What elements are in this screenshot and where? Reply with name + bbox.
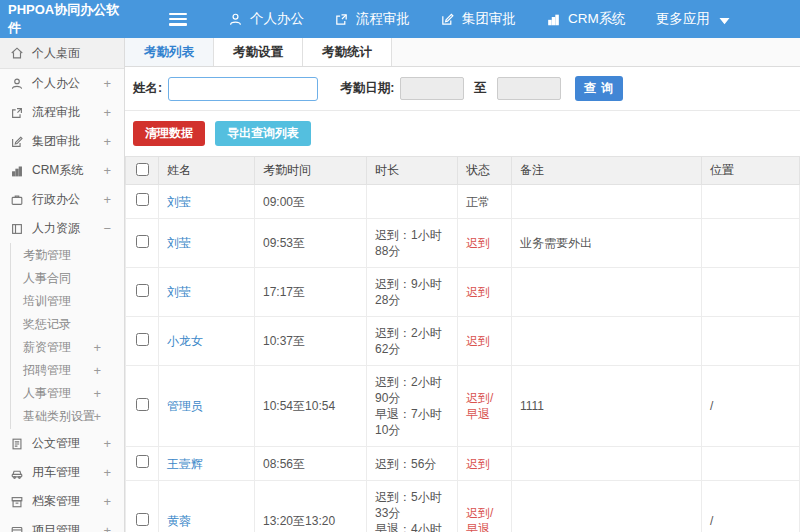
expand-toggle-icon[interactable]: + bbox=[93, 386, 101, 401]
cell-status: 迟到/早退 bbox=[458, 481, 512, 532]
cell-status: 迟到 bbox=[458, 219, 512, 268]
employee-name-link[interactable]: 黄蓉 bbox=[167, 514, 191, 528]
sidebar-item-10[interactable]: 项目管理+ bbox=[0, 516, 124, 532]
cell-attendance-time: 10:54至10:54 bbox=[255, 366, 367, 447]
date-to-input[interactable] bbox=[497, 77, 561, 100]
topnav-item-2[interactable]: 集团审批 bbox=[425, 0, 531, 38]
sidebar-item-label: 集团审批 bbox=[32, 133, 80, 150]
sidebar-item-9[interactable]: 档案管理+ bbox=[0, 487, 124, 516]
employee-name-link[interactable]: 王壹辉 bbox=[167, 457, 203, 471]
row-checkbox[interactable] bbox=[136, 333, 149, 346]
expand-toggle-icon[interactable]: + bbox=[103, 76, 111, 91]
cell-remark bbox=[512, 268, 702, 317]
cell-location bbox=[702, 185, 800, 219]
row-checkbox[interactable] bbox=[136, 455, 149, 468]
tab-bar: 考勤列表考勤设置考勤统计 bbox=[125, 38, 800, 67]
top-navigation: 个人办公流程审批集团审批CRM系统更多应用 bbox=[213, 0, 747, 38]
expand-toggle-icon[interactable]: + bbox=[93, 340, 101, 355]
expand-toggle-icon[interactable]: + bbox=[103, 523, 111, 532]
sidebar-subitem-0[interactable]: 考勤管理 bbox=[11, 244, 124, 267]
select-all-checkbox[interactable] bbox=[136, 163, 149, 176]
doc-icon bbox=[10, 437, 24, 451]
hr-icon bbox=[10, 222, 24, 236]
menu-toggle-icon[interactable] bbox=[169, 13, 187, 26]
cell-name: 小龙女 bbox=[159, 317, 255, 366]
employee-name-link[interactable]: 刘莹 bbox=[167, 285, 191, 299]
cell-location: / bbox=[702, 481, 800, 532]
employee-name-link[interactable]: 刘莹 bbox=[167, 195, 191, 209]
topbar: PHPOA协同办公软件 个人办公流程审批集团审批CRM系统更多应用 bbox=[0, 0, 800, 38]
cell-name: 管理员 bbox=[159, 366, 255, 447]
sidebar-item-7[interactable]: 公文管理+ bbox=[0, 429, 124, 458]
edit-icon bbox=[10, 135, 24, 149]
attendance-table-wrap: 姓名考勤时间时长状态备注位置 刘莹09:00至正常刘莹09:53至迟到：1小时8… bbox=[125, 156, 800, 532]
sidebar-item-6[interactable]: 人力资源− bbox=[0, 214, 124, 243]
table-row-5: 王壹辉08:56至迟到：56分迟到 bbox=[126, 447, 800, 481]
cell-checkbox bbox=[126, 185, 159, 219]
expand-toggle-icon[interactable]: + bbox=[103, 192, 111, 207]
sidebar-item-3[interactable]: 集团审批+ bbox=[0, 127, 124, 156]
cell-duration: 迟到：9小时28分 bbox=[367, 268, 458, 317]
date-from-input[interactable] bbox=[400, 77, 464, 100]
sidebar-subitem-1[interactable]: 人事合同 bbox=[11, 267, 124, 290]
search-button[interactable]: 查 询 bbox=[575, 76, 623, 101]
topnav-item-0[interactable]: 个人办公 bbox=[213, 0, 319, 38]
tab-0[interactable]: 考勤列表 bbox=[125, 38, 214, 66]
tab-1[interactable]: 考勤设置 bbox=[214, 38, 303, 66]
cell-attendance-time: 13:20至13:20 bbox=[255, 481, 367, 532]
status-badge: 迟到/早退 bbox=[466, 391, 493, 421]
sidebar-subitem-6[interactable]: 人事管理+ bbox=[11, 382, 124, 405]
sidebar-item-2[interactable]: 流程审批+ bbox=[0, 98, 124, 127]
table-header-row: 姓名考勤时间时长状态备注位置 bbox=[126, 157, 800, 185]
sidebar-item-8[interactable]: 用车管理+ bbox=[0, 458, 124, 487]
clean-data-button[interactable]: 清理数据 bbox=[133, 121, 205, 146]
sidebar-subitem-label: 培训管理 bbox=[23, 293, 71, 310]
status-badge: 迟到 bbox=[466, 457, 490, 471]
expand-toggle-icon[interactable]: + bbox=[103, 494, 111, 509]
sidebar-submenu: 考勤管理人事合同培训管理奖惩记录薪资管理+招聘管理+人事管理+基础类别设置+ bbox=[10, 243, 124, 429]
sidebar-subitem-7[interactable]: 基础类别设置+ bbox=[11, 405, 124, 428]
sidebar-item-0[interactable]: 个人桌面 bbox=[0, 38, 124, 69]
duration-line: 早退：4小时67分 bbox=[375, 521, 449, 532]
export-list-button[interactable]: 导出查询列表 bbox=[215, 121, 311, 146]
duration-line: 迟到：56分 bbox=[375, 456, 449, 472]
topnav-item-1[interactable]: 流程审批 bbox=[319, 0, 425, 38]
expand-toggle-icon[interactable]: + bbox=[103, 134, 111, 149]
cell-checkbox bbox=[126, 219, 159, 268]
sidebar-item-label: 流程审批 bbox=[32, 104, 80, 121]
sidebar-item-label: 项目管理 bbox=[32, 522, 80, 532]
sidebar-subitem-3[interactable]: 奖惩记录 bbox=[11, 313, 124, 336]
sidebar-subitem-4[interactable]: 薪资管理+ bbox=[11, 336, 124, 359]
expand-toggle-icon[interactable]: + bbox=[103, 163, 111, 178]
employee-name-link[interactable]: 刘莹 bbox=[167, 236, 191, 250]
expand-toggle-icon[interactable]: + bbox=[93, 363, 101, 378]
user-icon bbox=[10, 77, 24, 91]
status-badge: 迟到 bbox=[466, 285, 490, 299]
home-icon bbox=[10, 46, 24, 60]
expand-toggle-icon[interactable]: + bbox=[103, 436, 111, 451]
sidebar-item-1[interactable]: 个人办公+ bbox=[0, 69, 124, 98]
topnav-item-3[interactable]: CRM系统 bbox=[531, 0, 641, 38]
row-checkbox[interactable] bbox=[136, 398, 149, 411]
expand-toggle-icon[interactable]: + bbox=[93, 409, 101, 424]
sidebar-subitem-5[interactable]: 招聘管理+ bbox=[11, 359, 124, 382]
expand-toggle-icon[interactable]: + bbox=[103, 105, 111, 120]
sidebar-subitem-label: 招聘管理 bbox=[23, 362, 71, 379]
employee-name-link[interactable]: 小龙女 bbox=[167, 334, 203, 348]
expand-toggle-icon[interactable]: − bbox=[103, 221, 111, 236]
sidebar-item-4[interactable]: CRM系统+ bbox=[0, 156, 124, 185]
tab-2[interactable]: 考勤统计 bbox=[303, 38, 392, 66]
row-checkbox[interactable] bbox=[136, 284, 149, 297]
row-checkbox[interactable] bbox=[136, 513, 149, 526]
sidebar-item-5[interactable]: 行政办公+ bbox=[0, 185, 124, 214]
row-checkbox[interactable] bbox=[136, 193, 149, 206]
expand-toggle-icon[interactable]: + bbox=[103, 465, 111, 480]
header-checkbox-cell bbox=[126, 157, 159, 185]
sidebar-subitem-2[interactable]: 培训管理 bbox=[11, 290, 124, 313]
name-filter-input[interactable] bbox=[168, 77, 318, 101]
filter-bar: 姓名: 考勤日期: 至 查 询 bbox=[125, 67, 800, 111]
row-checkbox[interactable] bbox=[136, 235, 149, 248]
topnav-item-4[interactable]: 更多应用 bbox=[641, 0, 747, 38]
employee-name-link[interactable]: 管理员 bbox=[167, 399, 203, 413]
sidebar-item-label: 行政办公 bbox=[32, 191, 80, 208]
